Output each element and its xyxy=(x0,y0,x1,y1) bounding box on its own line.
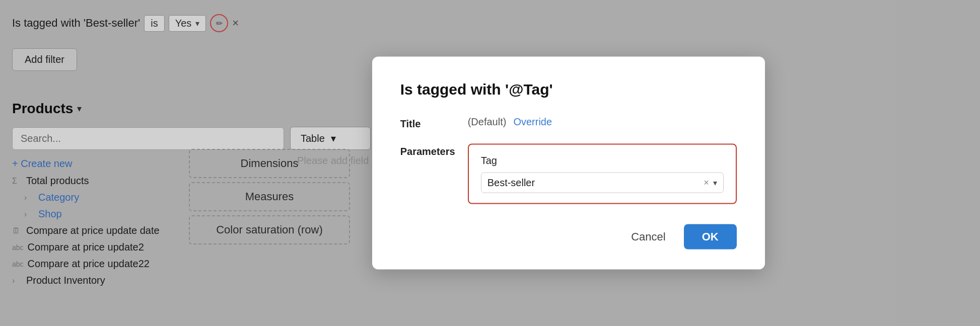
modal-title-row: Title (Default) Override xyxy=(400,116,737,130)
modal-footer: Cancel OK xyxy=(400,224,737,250)
params-label: Parameters xyxy=(400,144,456,157)
params-box: Tag Best-seller × ▾ xyxy=(468,144,737,204)
tag-input-row[interactable]: Best-seller × ▾ xyxy=(481,173,724,193)
tag-param-label: Tag xyxy=(481,155,724,167)
cancel-button[interactable]: Cancel xyxy=(621,225,675,249)
title-label: Title xyxy=(400,116,456,130)
modal-dialog: Is tagged with '@Tag' Title (Default) Ov… xyxy=(372,57,765,270)
chevron-down-icon[interactable]: ▾ xyxy=(713,178,717,188)
modal-title: Is tagged with '@Tag' xyxy=(400,81,737,98)
ok-button[interactable]: OK xyxy=(684,224,737,250)
tag-clear-icon[interactable]: × xyxy=(704,178,709,188)
title-default-text: (Default) xyxy=(468,116,507,128)
title-value: (Default) Override xyxy=(468,116,552,128)
modal-params-row: Parameters Tag Best-seller × ▾ xyxy=(400,144,737,204)
tag-value: Best-seller xyxy=(487,177,699,189)
override-link[interactable]: Override xyxy=(513,116,552,128)
